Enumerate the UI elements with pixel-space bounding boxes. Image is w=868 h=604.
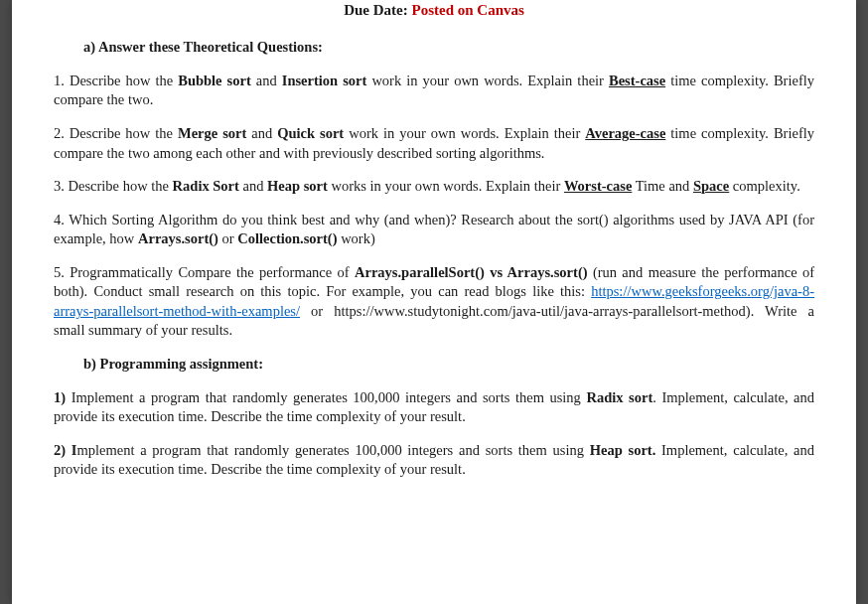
- q2-bold-merge: Merge sort: [178, 125, 246, 141]
- p2-bold-heap: Heap sort.: [590, 442, 656, 458]
- q4-bold-collectionsort: Collection.sort(): [237, 230, 337, 246]
- question-2: 2. Describe how the Merge sort and Quick…: [54, 124, 814, 163]
- p2-text: mplement a program that randomly generat…: [76, 442, 589, 458]
- q2-text: 2. Describe how the: [54, 125, 178, 141]
- q5-bold-parallel: Arrays.parallelSort() vs Arrays.sort(): [355, 264, 588, 280]
- p1-bold-radix: Radix sort: [586, 389, 652, 405]
- question-5: 5. Programmatically Compare the performa…: [54, 263, 814, 341]
- section-b-heading: b) Programming assignment:: [83, 355, 814, 375]
- due-date-label: Due Date:: [344, 2, 411, 18]
- q1-text: and: [251, 73, 282, 88]
- due-date-line: Due Date: Posted on Canvas: [54, 0, 814, 20]
- q3-text: and: [239, 178, 267, 194]
- p2-num: 2) I: [54, 442, 76, 458]
- q1-bold-bubble: Bubble sort: [178, 73, 251, 88]
- question-3: 3. Describe how the Radix Sort and Heap …: [54, 177, 814, 197]
- p1-text: Implement a program that randomly genera…: [72, 389, 587, 405]
- q5-text: 5. Programmatically Compare the performa…: [54, 264, 355, 280]
- p1-num: 1): [54, 389, 72, 405]
- q1-text: 1. Describe how the: [54, 73, 178, 88]
- q3-space: Space: [693, 178, 729, 194]
- programming-1: 1) Implement a program that randomly gen…: [54, 388, 814, 427]
- q4-text: or: [218, 230, 237, 246]
- q3-text: complexity.: [729, 178, 800, 194]
- q3-text: Time and: [632, 178, 693, 194]
- q1-text: work in your own words. Explain their: [366, 73, 609, 88]
- section-a-heading: a) Answer these Theoretical Questions:: [83, 38, 814, 58]
- q1-bold-insertion: Insertion sort: [282, 73, 367, 88]
- q3-text: works in your own words. Explain their: [328, 178, 564, 194]
- q3-text: 3. Describe how the: [54, 178, 173, 194]
- question-1: 1. Describe how the Bubble sort and Inse…: [54, 72, 814, 110]
- q3-bold-radix: Radix Sort: [173, 178, 239, 194]
- q2-text: work in your own words. Explain their: [344, 125, 585, 141]
- programming-2: 2) Implement a program that randomly gen…: [54, 441, 814, 480]
- q3-bold-heap: Heap sort: [267, 178, 328, 194]
- q3-worstcase: Worst-case: [564, 178, 632, 194]
- q2-bold-quick: Quick sort: [277, 125, 344, 141]
- q4-bold-arrayssort: Arrays.sort(): [138, 230, 218, 246]
- q4-text: work): [338, 230, 375, 246]
- due-date-value: Posted on Canvas: [411, 2, 523, 18]
- question-4: 4. Which Sorting Algorithm do you think …: [54, 211, 814, 249]
- document-page: Due Date: Posted on Canvas a) Answer the…: [12, 0, 856, 604]
- q2-averagecase: Average-case: [585, 125, 665, 141]
- q2-text: and: [246, 125, 277, 141]
- q1-bestcase: Best-case: [609, 73, 665, 88]
